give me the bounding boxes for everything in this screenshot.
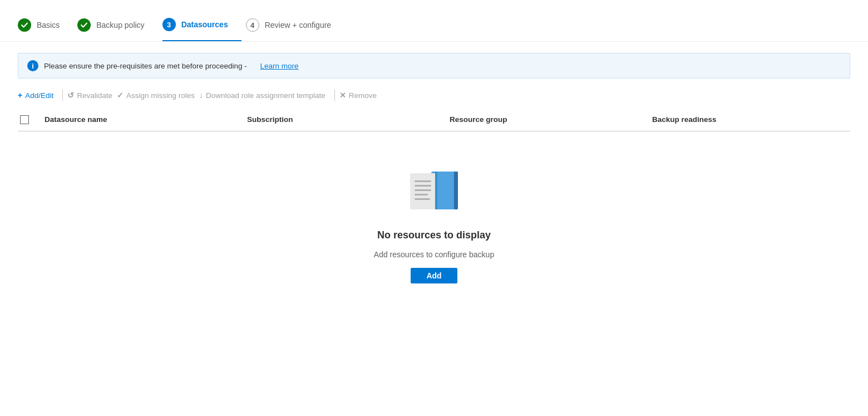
step-datasources[interactable]: 3 Datasources <box>162 10 241 41</box>
step-backup-policy[interactable]: Backup policy <box>77 11 157 41</box>
check-icon: ✓ <box>117 91 124 100</box>
step-review[interactable]: 4 Review + configure <box>246 11 344 41</box>
add-edit-button[interactable]: + Add/Edit <box>18 89 58 102</box>
table-container: Datasource name Subscription Resource gr… <box>18 109 850 306</box>
separator-1 <box>62 90 63 101</box>
select-all-checkbox[interactable] <box>20 115 29 124</box>
step-datasources-icon: 3 <box>162 18 176 31</box>
remove-label: Remove <box>349 91 377 100</box>
step-basics-label: Basics <box>37 21 60 30</box>
svg-rect-7 <box>435 172 437 209</box>
download-icon: ↓ <box>199 91 203 100</box>
header-datasource-name: Datasource name <box>40 113 243 126</box>
banner-text: Please ensure the pre-requisites are met… <box>44 62 247 70</box>
svg-rect-1 <box>410 173 437 209</box>
empty-state: No resources to display Add resources to… <box>18 131 850 306</box>
remove-icon: ✕ <box>339 91 346 100</box>
step-basics-icon <box>18 18 31 32</box>
download-template-label: Download role assignment template <box>206 91 326 100</box>
svg-rect-2 <box>415 180 431 182</box>
step-backup-policy-label: Backup policy <box>96 21 144 30</box>
assign-roles-button[interactable]: ✓ Assign missing roles <box>117 89 199 102</box>
add-resources-button[interactable]: Add <box>411 268 457 283</box>
header-resource-group: Resource group <box>445 113 648 126</box>
empty-state-icon <box>401 165 467 221</box>
step-review-icon: 4 <box>246 18 259 32</box>
plus-icon: + <box>18 91 22 100</box>
revalidate-icon: ↺ <box>67 91 74 100</box>
remove-button[interactable]: ✕ Remove <box>339 89 381 102</box>
empty-title: No resources to display <box>377 229 491 241</box>
header-subscription: Subscription <box>243 113 445 126</box>
svg-rect-5 <box>415 194 428 195</box>
step-review-label: Review + configure <box>265 21 331 30</box>
svg-rect-6 <box>415 198 430 200</box>
separator-2 <box>334 90 335 101</box>
revalidate-button[interactable]: ↺ Revalidate <box>67 89 117 102</box>
info-banner: i Please ensure the pre-requisites are m… <box>18 53 850 79</box>
add-edit-label: Add/Edit <box>25 91 53 100</box>
svg-rect-4 <box>415 189 431 191</box>
assign-roles-label: Assign missing roles <box>126 91 195 100</box>
revalidate-label: Revalidate <box>77 91 112 100</box>
header-backup-readiness: Backup readiness <box>648 113 850 126</box>
step-basics[interactable]: Basics <box>18 11 73 41</box>
empty-subtitle: Add resources to configure backup <box>374 250 494 259</box>
learn-more-link[interactable]: Learn more <box>260 62 298 70</box>
step-backup-policy-icon <box>77 18 91 32</box>
header-checkbox-cell <box>18 113 40 126</box>
svg-rect-3 <box>415 185 431 187</box>
toolbar: + Add/Edit ↺ Revalidate ✓ Assign missing… <box>0 79 868 102</box>
step-datasources-label: Datasources <box>181 20 228 29</box>
svg-rect-8 <box>454 172 458 209</box>
download-template-button[interactable]: ↓ Download role assignment template <box>199 89 330 102</box>
info-icon: i <box>27 60 38 71</box>
wizard-steps: Basics Backup policy 3 Datasources 4 Rev… <box>0 0 868 42</box>
table-header: Datasource name Subscription Resource gr… <box>18 109 850 131</box>
